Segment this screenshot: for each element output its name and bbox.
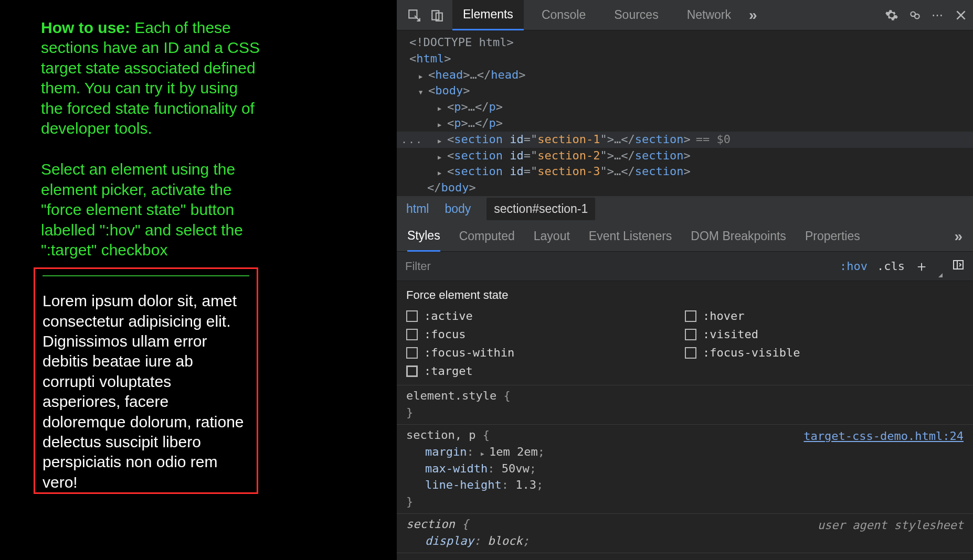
devtools-toolbar: Elements Console Sources Network » ⋯ [397,0,973,30]
tab-sources[interactable]: Sources [604,0,669,30]
tab-network-label: Network [687,8,731,22]
devtools-panel: Elements Console Sources Network » ⋯ <!D… [397,0,973,560]
dom-row-section-2[interactable]: <section id="section-2">…</section> [397,148,973,164]
dom-row-html-open[interactable]: <html> [397,51,973,67]
styles-filter-row: :hov .cls ＋ [397,252,973,281]
device-toggle-icon[interactable] [429,7,445,23]
checkbox-icon[interactable] [685,310,696,322]
dom-row-body-close[interactable]: </body> [397,180,973,196]
dom-tree[interactable]: <!DOCTYPE html> <html> <head>…</head> <b… [397,30,973,196]
checkbox-icon[interactable] [406,347,418,359]
styles-subtabs: Styles Computed Layout Event Listeners D… [397,221,973,252]
tab-console[interactable]: Console [531,0,596,30]
checkbox-icon[interactable] [406,329,418,340]
intro-paragraph-2: Select an element using the element pick… [41,159,261,260]
subtab-event-listeners[interactable]: Event Listeners [589,221,672,252]
crumb-body[interactable]: body [445,202,471,216]
checkbox-icon[interactable] [406,310,418,322]
tab-sources-label: Sources [614,8,658,22]
tab-elements[interactable]: Elements [452,0,524,30]
ua-stylesheet-label: user agent stylesheet [818,517,964,534]
rendered-page-pane: How to use: Each of these sections have … [0,0,397,560]
dom-row-section-1[interactable]: ... <section id="section-1">…</section>=… [397,132,973,148]
subtab-dom-breakpoints[interactable]: DOM Breakpoints [691,221,786,252]
plus-dropdown-icon[interactable] [938,273,943,277]
tab-network[interactable]: Network [676,0,742,30]
dom-breadcrumb: html body section#section-1 [397,196,973,221]
rule-section-p[interactable]: target-css-demo.html:24 section, p { mar… [397,425,973,514]
crumb-html[interactable]: html [406,202,429,216]
issues-icon[interactable] [907,7,923,23]
style-rules: element.style { } target-css-demo.html:2… [397,385,973,560]
targeted-section: Lorem ipsum dolor sit, amet consectetur … [34,267,258,494]
rule-element-style[interactable]: element.style { } [397,385,973,425]
cls-toggle[interactable]: .cls [877,260,905,273]
dom-row-p1[interactable]: <p>…</p> [397,99,973,115]
styles-filter-input[interactable] [405,260,830,273]
dom-row-body-open[interactable]: <body> [397,83,973,99]
subtab-styles[interactable]: Styles [407,221,440,252]
source-link[interactable]: target-css-demo.html:24 [803,428,964,445]
inspect-icon[interactable] [406,7,422,23]
new-style-rule-icon[interactable]: ＋ [914,256,929,276]
tabs-overflow-icon[interactable]: » [749,7,757,24]
dom-row-doctype[interactable]: <!DOCTYPE html> [397,35,973,51]
dom-row-head[interactable]: <head>…</head> [397,67,973,83]
kebab-menu-icon[interactable]: ⋯ [930,7,946,23]
intro-strong: How to use: [41,19,130,36]
subtab-layout[interactable]: Layout [534,221,570,252]
gutter-ellipsis: ... [397,132,427,147]
checkbox-icon[interactable] [685,329,696,340]
tab-console-label: Console [542,8,586,22]
crumb-section[interactable]: section#section-1 [486,198,595,220]
checkbox-icon[interactable] [406,365,418,377]
dom-row-p2[interactable]: <p>…</p> [397,115,973,132]
lorem-text: Lorem ipsum dolor sit, amet consectetur … [43,291,249,492]
force-element-state-panel: Force element state :active :hover :focu… [397,281,973,385]
intro-text: Each of these sections have an ID and a … [41,19,260,137]
toggle-sidebar-icon[interactable] [952,259,965,274]
checkbox-icon[interactable] [685,347,696,359]
section-divider [43,275,249,276]
force-state-title: Force element state [406,288,964,302]
hov-toggle[interactable]: :hov [840,260,868,273]
subtabs-overflow-icon[interactable]: » [954,228,963,245]
intro-paragraph: How to use: Each of these sections have … [41,18,261,138]
force-target[interactable]: :target [406,364,685,378]
force-focus[interactable]: :focus [406,328,685,341]
force-active[interactable]: :active [406,309,685,322]
force-focus-visible[interactable]: :focus-visible [685,346,964,359]
force-focus-within[interactable]: :focus-within [406,346,685,359]
force-visited[interactable]: :visited [685,328,964,341]
dom-row-section-3[interactable]: <section id="section-3">…</section> [397,164,973,180]
subtab-properties[interactable]: Properties [805,221,860,252]
rule-ua-section[interactable]: user agent stylesheet section { display:… [397,514,973,553]
svg-point-4 [915,14,919,18]
close-devtools-icon[interactable] [953,7,969,23]
force-hover[interactable]: :hover [685,309,964,322]
tab-elements-label: Elements [463,7,513,21]
subtab-computed[interactable]: Computed [459,221,515,252]
settings-gear-icon[interactable] [884,7,900,23]
